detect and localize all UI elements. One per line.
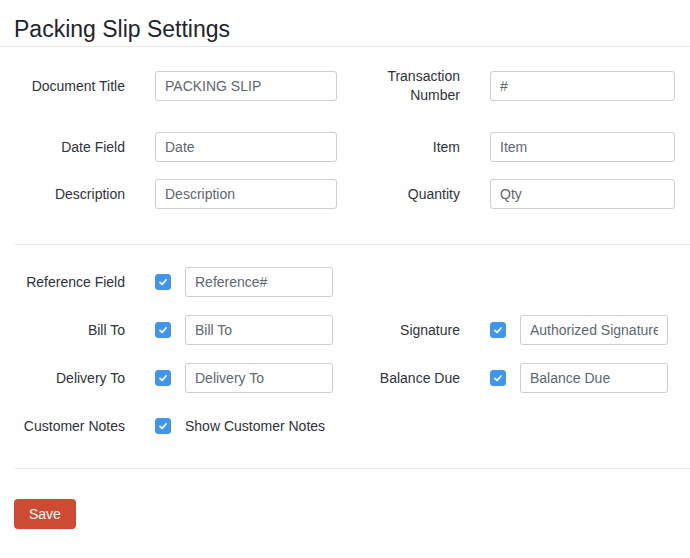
delivery-to-input[interactable] [185, 363, 333, 393]
document-title-label: Document Title [0, 77, 125, 96]
signature-field: Signature [348, 315, 668, 345]
packing-slip-settings-page: Packing Slip Settings Document Title Tra… [0, 0, 690, 558]
description-field: Description [0, 179, 348, 209]
customer-notes-checkbox[interactable] [155, 418, 171, 434]
save-button[interactable]: Save [14, 499, 76, 529]
delivery-to-label: Delivery To [0, 369, 125, 388]
customer-notes-text: Show Customer Notes [185, 418, 325, 434]
reference-field-field: Reference Field [0, 267, 348, 297]
bill-to-field: Bill To [0, 315, 348, 345]
signature-checkbox[interactable] [490, 322, 506, 338]
item-label: Item [348, 138, 460, 157]
checkmark-icon [157, 372, 169, 384]
form-row: Delivery To Balance Due [0, 363, 690, 393]
form-row: Bill To Signature [0, 315, 690, 345]
signature-input[interactable] [520, 315, 668, 345]
item-input[interactable] [490, 132, 675, 162]
description-input[interactable] [155, 179, 337, 209]
bill-to-checkbox[interactable] [155, 322, 171, 338]
form-row: Reference Field [0, 267, 690, 297]
balance-due-field: Balance Due [348, 363, 668, 393]
delivery-to-field: Delivery To [0, 363, 348, 393]
reference-field-input[interactable] [185, 267, 333, 297]
checkmark-icon [492, 324, 504, 336]
field-labels-section: Document Title Transaction Number Date F… [0, 47, 690, 244]
transaction-number-label: Transaction Number [348, 67, 460, 105]
toggle-fields-section: Reference Field Bill To Signature [0, 245, 690, 468]
date-field-label: Date Field [0, 138, 125, 157]
quantity-label: Quantity [348, 185, 460, 204]
checkmark-icon [492, 372, 504, 384]
reference-field-label: Reference Field [0, 273, 125, 292]
form-row: Date Field Item [0, 132, 690, 162]
checkmark-icon [157, 324, 169, 336]
description-label: Description [0, 185, 125, 204]
delivery-to-checkbox[interactable] [155, 370, 171, 386]
balance-due-label: Balance Due [348, 369, 460, 388]
bill-to-label: Bill To [0, 321, 125, 340]
form-row: Description Quantity [0, 179, 690, 209]
form-row: Customer Notes Show Customer Notes [0, 411, 690, 441]
bill-to-input[interactable] [185, 315, 333, 345]
checkmark-icon [157, 276, 169, 288]
quantity-input[interactable] [490, 179, 675, 209]
balance-due-checkbox[interactable] [490, 370, 506, 386]
signature-label: Signature [348, 321, 460, 340]
checkmark-icon [157, 420, 169, 432]
item-field: Item [348, 132, 675, 162]
transaction-number-field: Transaction Number [348, 67, 675, 105]
customer-notes-field: Customer Notes Show Customer Notes [0, 417, 325, 436]
document-title-field: Document Title [0, 71, 348, 101]
page-footer: Save [0, 469, 690, 545]
quantity-field: Quantity [348, 179, 675, 209]
date-field-field: Date Field [0, 132, 348, 162]
document-title-input[interactable] [155, 71, 337, 101]
customer-notes-label: Customer Notes [0, 417, 125, 436]
form-row: Document Title Transaction Number [0, 71, 690, 101]
page-header: Packing Slip Settings [0, 0, 690, 46]
page-title: Packing Slip Settings [14, 14, 676, 44]
balance-due-input[interactable] [520, 363, 668, 393]
date-field-input[interactable] [155, 132, 337, 162]
reference-field-checkbox[interactable] [155, 274, 171, 290]
transaction-number-input[interactable] [490, 71, 675, 101]
